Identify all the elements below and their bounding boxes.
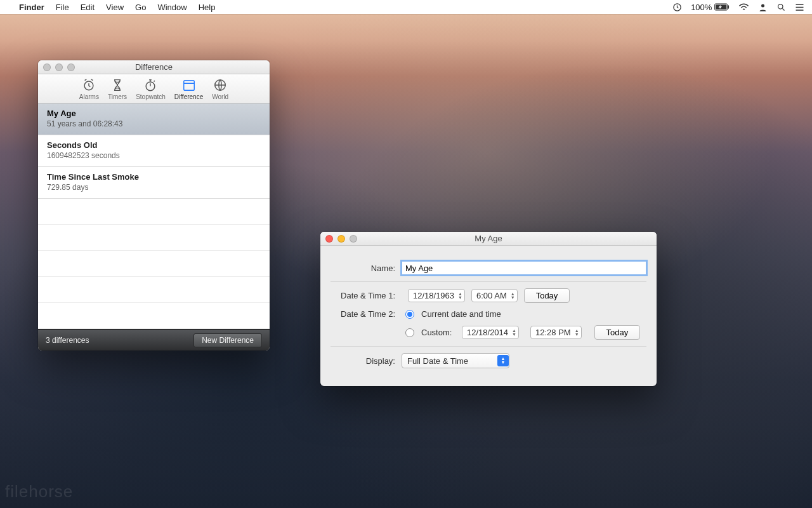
display-label: Display: <box>331 356 402 366</box>
app-menu[interactable]: Finder <box>19 3 44 12</box>
globe-icon <box>213 78 228 92</box>
window-title: Difference <box>135 62 173 72</box>
tab-stopwatch[interactable]: Stopwatch <box>136 78 166 100</box>
alarm-icon <box>81 78 96 92</box>
chevron-updown-icon: ▲▼ <box>497 355 509 366</box>
display-select[interactable]: Full Date & Time ▲▼ <box>402 353 509 368</box>
datetime2-label: Date & Time 2: <box>331 309 402 319</box>
datetime2-date-stepper[interactable]: 12/18/2014 ▲▼ <box>462 326 519 339</box>
hourglass-icon <box>110 78 125 92</box>
user-icon[interactable] <box>758 3 768 12</box>
today-button-2[interactable]: Today <box>594 325 641 340</box>
datetime1-time-stepper[interactable]: 6:00 AM ▲▼ <box>471 289 518 302</box>
svg-point-5 <box>778 4 783 9</box>
datetime2-time-stepper[interactable]: 12:28 PM ▲▼ <box>530 326 582 339</box>
titlebar[interactable]: Difference <box>38 60 270 74</box>
radio-current[interactable] <box>405 310 414 319</box>
today-button-1[interactable]: Today <box>524 288 570 303</box>
titlebar[interactable]: My Age <box>320 232 657 246</box>
minimize-button[interactable] <box>55 64 63 71</box>
spotlight-icon[interactable] <box>776 3 786 12</box>
stepper-arrows-icon[interactable]: ▲▼ <box>511 292 515 300</box>
menu-help[interactable]: Help <box>199 3 216 12</box>
menu-file[interactable]: File <box>56 3 69 12</box>
tab-world[interactable]: World <box>212 78 228 100</box>
difference-window: Difference Alarms Timers Stopwatch Diffe… <box>38 60 270 351</box>
radio-custom[interactable] <box>405 328 414 337</box>
menubar: Finder File Edit View Go Window Help 100… <box>0 0 812 14</box>
close-button[interactable] <box>325 235 333 243</box>
datetime1-date-stepper[interactable]: 12/18/1963 ▲▼ <box>408 289 465 302</box>
window-title: My Age <box>475 234 502 243</box>
new-difference-button[interactable]: New Difference <box>193 333 262 347</box>
stepper-arrows-icon[interactable]: ▲▼ <box>575 329 579 337</box>
tab-difference[interactable]: Difference <box>174 78 203 100</box>
battery-status[interactable]: 100% <box>691 3 730 12</box>
list-item[interactable]: My Age 51 years and 06:28:43 <box>38 104 270 135</box>
name-field[interactable] <box>402 261 646 275</box>
name-label: Name: <box>331 264 402 273</box>
calendar-icon <box>181 78 197 92</box>
menu-go[interactable]: Go <box>135 3 146 12</box>
difference-list: My Age 51 years and 06:28:43 Seconds Old… <box>38 104 270 329</box>
wifi-icon[interactable] <box>738 3 749 11</box>
datetime1-label: Date & Time 1: <box>331 291 402 300</box>
menu-edit[interactable]: Edit <box>81 3 95 12</box>
status-text: 3 differences <box>46 336 89 345</box>
menu-view[interactable]: View <box>106 3 124 12</box>
close-button[interactable] <box>43 64 51 71</box>
list-item[interactable]: Seconds Old 1609482523 seconds <box>38 135 270 167</box>
notification-center-icon[interactable] <box>795 3 804 11</box>
list-item[interactable]: Time Since Last Smoke 729.85 days <box>38 167 270 199</box>
svg-point-4 <box>761 4 764 7</box>
statusbar: 3 differences New Difference <box>38 329 270 351</box>
zoom-button[interactable] <box>350 235 357 243</box>
menu-window[interactable]: Window <box>157 3 187 12</box>
clock-icon[interactable] <box>672 3 682 12</box>
stepper-arrows-icon[interactable]: ▲▼ <box>512 329 516 337</box>
detail-window: My Age Name: Date & Time 1: 12/18/1963 ▲… <box>320 232 657 386</box>
minimize-button[interactable] <box>337 235 345 243</box>
zoom-button[interactable] <box>67 64 75 71</box>
toolbar: Alarms Timers Stopwatch Difference World <box>38 74 270 104</box>
svg-rect-3 <box>728 5 729 9</box>
stepper-arrows-icon[interactable]: ▲▼ <box>458 292 462 300</box>
tab-alarms[interactable]: Alarms <box>79 78 99 100</box>
radio-current-label[interactable]: Current date and time <box>421 309 501 319</box>
watermark: filehorse <box>5 482 73 502</box>
radio-custom-label[interactable]: Custom: <box>421 328 458 337</box>
tab-timers[interactable]: Timers <box>108 78 127 100</box>
stopwatch-icon <box>143 78 158 92</box>
